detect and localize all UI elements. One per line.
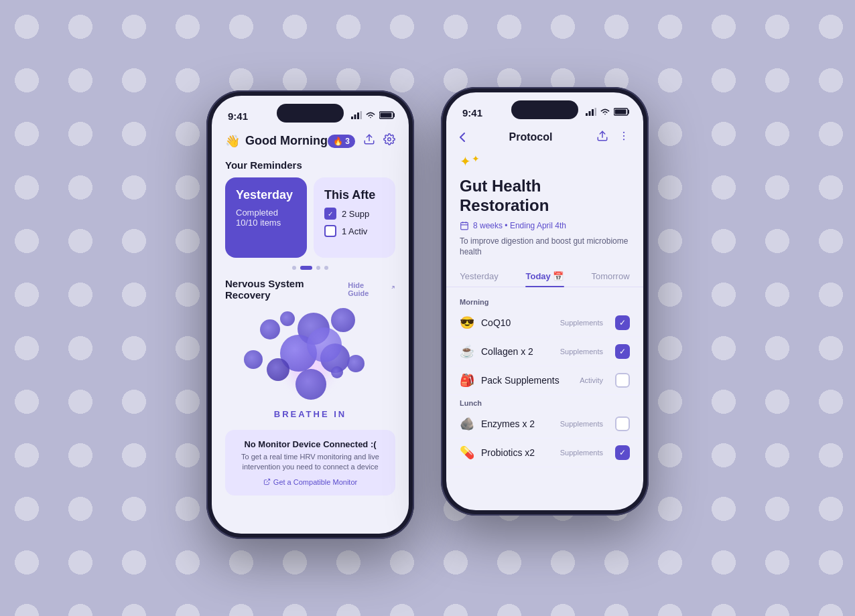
dot-3: [316, 266, 320, 270]
dot-4: [324, 266, 328, 270]
enzymes-name: Enzymes x 2: [481, 418, 553, 429]
svg-text:✦: ✦: [472, 153, 480, 164]
nervous-system-header: Nervous System Recovery Hide Guide: [212, 275, 409, 305]
pack-name: Pack Supplements: [481, 375, 573, 386]
svg-point-7: [388, 138, 391, 141]
day-tabs: Yesterday Today 📅 Tomorrow: [446, 266, 643, 287]
svg-rect-0: [351, 117, 353, 119]
collagen-emoji: ☕: [460, 344, 474, 359]
status-icons-2: [586, 108, 630, 117]
svg-rect-5: [381, 113, 392, 118]
coq10-name: CoQ10: [481, 317, 553, 328]
collagen-check[interactable]: ✓: [615, 344, 630, 359]
reminder-text-2: 1 Activ: [342, 226, 367, 236]
yesterday-subtitle: Completed 10/10 items: [236, 208, 296, 228]
today-calendar-icon: 📅: [553, 271, 564, 281]
monitor-link-text: Get a Compatible Monitor: [273, 478, 357, 486]
upload-icon-1[interactable]: [363, 133, 375, 149]
tab-today[interactable]: Today 📅: [512, 266, 578, 287]
phone-2-screen: 9:41 Protocol: [446, 92, 643, 510]
app-title: 👋 Good Morning: [225, 134, 328, 149]
svg-point-19: [623, 139, 624, 140]
breathe-label: BREATHE IN: [212, 405, 409, 426]
wifi-icon-1: [365, 111, 376, 121]
app-header-1: 👋 Good Morning 🔥 3: [212, 129, 409, 157]
protocol-header-title: Protocol: [509, 131, 553, 143]
protocol-description: To improve digestion and boost gut micro…: [446, 236, 643, 266]
phone-1: 9:41 👋 Good Morning: [206, 90, 414, 539]
item-enzymes: 🪨 Enzymes x 2 Supplements: [446, 410, 643, 439]
yesterday-card[interactable]: Yesterday Completed 10/10 items: [225, 177, 307, 258]
reminder-item-2: 1 Activ: [324, 225, 385, 237]
svg-rect-3: [360, 111, 363, 119]
protocol-header-icons: [596, 130, 630, 145]
reminder-text-1: 2 Supp: [342, 209, 369, 219]
hide-guide-text: Hide Guide: [348, 281, 385, 297]
coq10-check[interactable]: ✓: [615, 315, 630, 330]
this-afternoon-label: This Afte: [324, 188, 385, 202]
tab-yesterday[interactable]: Yesterday: [446, 266, 512, 287]
item-pack-supplements: 🎒 Pack Supplements Activity: [446, 366, 643, 395]
enzymes-type: Supplements: [560, 420, 603, 428]
wave-emoji: 👋: [225, 134, 240, 149]
tab-tomorrow[interactable]: Tomorrow: [578, 266, 643, 287]
coq10-type: Supplements: [560, 319, 603, 327]
svg-rect-10: [586, 113, 588, 116]
svg-rect-12: [592, 109, 594, 116]
flame-icon: 🔥: [333, 137, 343, 146]
back-button[interactable]: [460, 133, 465, 142]
collagen-name: Collagen x 2: [481, 346, 553, 357]
battery-icon-1: [379, 111, 395, 121]
pack-check[interactable]: [615, 373, 630, 388]
item-collagen: ☕ Collagen x 2 Supplements ✓: [446, 337, 643, 366]
hide-guide-btn[interactable]: Hide Guide: [348, 281, 395, 297]
greeting-text: Good Morning: [245, 134, 328, 148]
breathing-visual: [218, 305, 402, 405]
pack-emoji: 🎒: [460, 373, 474, 388]
pack-type: Activity: [580, 376, 603, 384]
yesterday-label: Yesterday: [236, 188, 296, 202]
battery-icon-2: [614, 108, 630, 117]
more-icon-2[interactable]: [618, 130, 630, 145]
settings-icon-1[interactable]: [383, 133, 395, 149]
item-probiotics: 💊 Probiotics x2 Supplements ✓: [446, 439, 643, 467]
monitor-desc: To get a real time HRV monitoring and li…: [235, 452, 386, 473]
wifi-icon-2: [600, 108, 610, 117]
flame-badge[interactable]: 🔥 3: [328, 135, 355, 148]
phone-2: 9:41 Protocol: [441, 87, 649, 516]
pagination-dots: [212, 258, 409, 275]
svg-rect-11: [589, 111, 591, 116]
protocol-title: Gut Health Restoration: [446, 177, 643, 221]
nervous-system-title: Nervous System Recovery: [225, 278, 348, 301]
monitor-link[interactable]: Get a Compatible Monitor: [235, 478, 386, 486]
svg-rect-2: [357, 112, 359, 119]
protocol-meta: 8 weeks • Ending April 4th: [446, 221, 643, 236]
flame-count: 3: [345, 137, 350, 146]
dynamic-island-1: [277, 104, 344, 123]
lunch-label: Lunch: [446, 395, 643, 410]
monitor-card: No Monitor Device Connected :( To get a …: [225, 430, 395, 495]
dot-2-active: [300, 266, 312, 270]
status-time-1: 9:41: [228, 110, 248, 122]
enzymes-emoji: 🪨: [460, 416, 474, 431]
dynamic-island-2: [511, 100, 578, 119]
sparkle-icon: ✦✦: [446, 151, 643, 177]
this-afternoon-card[interactable]: This Afte ✓ 2 Supp 1 Activ: [314, 177, 395, 258]
coq10-emoji: 😎: [460, 315, 474, 330]
enzymes-check[interactable]: [615, 416, 630, 431]
svg-rect-13: [595, 108, 597, 116]
checkbox-2[interactable]: [324, 225, 336, 237]
app-header-right: 🔥 3: [328, 133, 395, 149]
reminders-row: Yesterday Completed 10/10 items This Aft…: [212, 177, 409, 258]
probiotics-emoji: 💊: [460, 445, 474, 460]
svg-rect-22: [461, 222, 468, 230]
upload-icon-2[interactable]: [596, 130, 608, 145]
signal-icon-1: [351, 111, 362, 121]
probiotics-check[interactable]: ✓: [615, 445, 630, 460]
status-icons-1: [351, 111, 395, 121]
svg-rect-1: [354, 114, 356, 119]
svg-line-8: [392, 287, 394, 289]
reminder-items: ✓ 2 Supp 1 Activ: [324, 208, 385, 237]
svg-point-18: [623, 135, 624, 137]
checkbox-1[interactable]: ✓: [324, 208, 336, 220]
